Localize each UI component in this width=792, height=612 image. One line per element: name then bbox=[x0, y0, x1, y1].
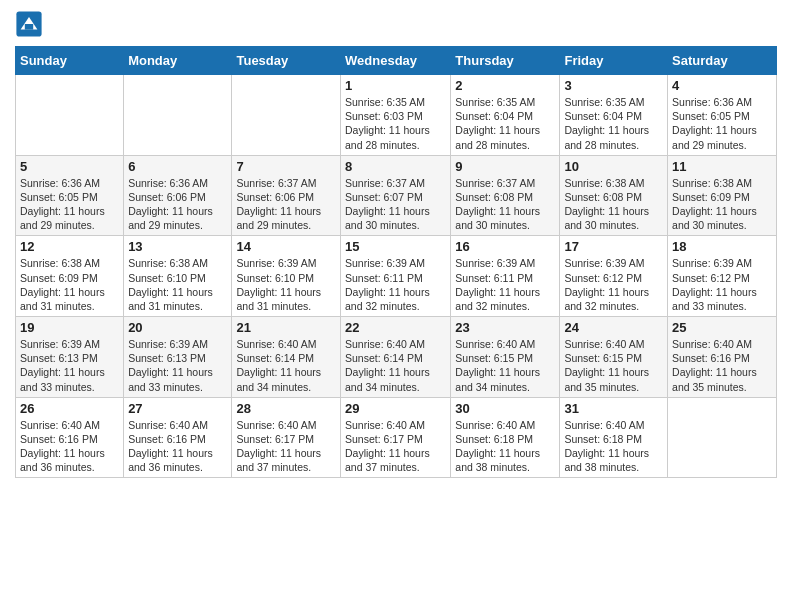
day-info: Sunrise: 6:38 AMSunset: 6:10 PMDaylight:… bbox=[128, 256, 227, 313]
calendar-cell: 10Sunrise: 6:38 AMSunset: 6:08 PMDayligh… bbox=[560, 155, 668, 236]
day-number: 15 bbox=[345, 239, 446, 254]
day-number: 22 bbox=[345, 320, 446, 335]
calendar-cell: 17Sunrise: 6:39 AMSunset: 6:12 PMDayligh… bbox=[560, 236, 668, 317]
svg-rect-2 bbox=[25, 24, 33, 30]
day-info: Sunrise: 6:40 AMSunset: 6:14 PMDaylight:… bbox=[345, 337, 446, 394]
day-info: Sunrise: 6:37 AMSunset: 6:08 PMDaylight:… bbox=[455, 176, 555, 233]
calendar-cell: 1Sunrise: 6:35 AMSunset: 6:03 PMDaylight… bbox=[341, 75, 451, 156]
calendar-cell: 16Sunrise: 6:39 AMSunset: 6:11 PMDayligh… bbox=[451, 236, 560, 317]
weekday-header: Monday bbox=[124, 47, 232, 75]
day-number: 17 bbox=[564, 239, 663, 254]
day-number: 11 bbox=[672, 159, 772, 174]
day-number: 25 bbox=[672, 320, 772, 335]
day-info: Sunrise: 6:39 AMSunset: 6:12 PMDaylight:… bbox=[564, 256, 663, 313]
day-info: Sunrise: 6:40 AMSunset: 6:18 PMDaylight:… bbox=[455, 418, 555, 475]
day-info: Sunrise: 6:38 AMSunset: 6:09 PMDaylight:… bbox=[20, 256, 119, 313]
calendar-cell: 7Sunrise: 6:37 AMSunset: 6:06 PMDaylight… bbox=[232, 155, 341, 236]
day-number: 12 bbox=[20, 239, 119, 254]
day-info: Sunrise: 6:40 AMSunset: 6:17 PMDaylight:… bbox=[236, 418, 336, 475]
calendar-week-row: 5Sunrise: 6:36 AMSunset: 6:05 PMDaylight… bbox=[16, 155, 777, 236]
calendar-cell: 27Sunrise: 6:40 AMSunset: 6:16 PMDayligh… bbox=[124, 397, 232, 478]
calendar-cell bbox=[16, 75, 124, 156]
logo bbox=[15, 10, 45, 38]
day-info: Sunrise: 6:40 AMSunset: 6:15 PMDaylight:… bbox=[455, 337, 555, 394]
day-number: 18 bbox=[672, 239, 772, 254]
calendar-cell bbox=[232, 75, 341, 156]
day-info: Sunrise: 6:40 AMSunset: 6:16 PMDaylight:… bbox=[20, 418, 119, 475]
calendar-cell: 9Sunrise: 6:37 AMSunset: 6:08 PMDaylight… bbox=[451, 155, 560, 236]
day-info: Sunrise: 6:35 AMSunset: 6:04 PMDaylight:… bbox=[455, 95, 555, 152]
calendar-cell: 31Sunrise: 6:40 AMSunset: 6:18 PMDayligh… bbox=[560, 397, 668, 478]
calendar-cell: 11Sunrise: 6:38 AMSunset: 6:09 PMDayligh… bbox=[668, 155, 777, 236]
calendar-cell: 12Sunrise: 6:38 AMSunset: 6:09 PMDayligh… bbox=[16, 236, 124, 317]
calendar-week-row: 19Sunrise: 6:39 AMSunset: 6:13 PMDayligh… bbox=[16, 317, 777, 398]
day-number: 28 bbox=[236, 401, 336, 416]
day-info: Sunrise: 6:40 AMSunset: 6:17 PMDaylight:… bbox=[345, 418, 446, 475]
day-info: Sunrise: 6:36 AMSunset: 6:05 PMDaylight:… bbox=[672, 95, 772, 152]
calendar-week-row: 1Sunrise: 6:35 AMSunset: 6:03 PMDaylight… bbox=[16, 75, 777, 156]
calendar-table: SundayMondayTuesdayWednesdayThursdayFrid… bbox=[15, 46, 777, 478]
weekday-header: Saturday bbox=[668, 47, 777, 75]
logo-icon bbox=[15, 10, 43, 38]
calendar-cell: 2Sunrise: 6:35 AMSunset: 6:04 PMDaylight… bbox=[451, 75, 560, 156]
day-number: 19 bbox=[20, 320, 119, 335]
day-info: Sunrise: 6:39 AMSunset: 6:11 PMDaylight:… bbox=[455, 256, 555, 313]
calendar-cell: 5Sunrise: 6:36 AMSunset: 6:05 PMDaylight… bbox=[16, 155, 124, 236]
day-info: Sunrise: 6:36 AMSunset: 6:05 PMDaylight:… bbox=[20, 176, 119, 233]
day-info: Sunrise: 6:35 AMSunset: 6:04 PMDaylight:… bbox=[564, 95, 663, 152]
calendar-cell: 15Sunrise: 6:39 AMSunset: 6:11 PMDayligh… bbox=[341, 236, 451, 317]
weekday-header: Friday bbox=[560, 47, 668, 75]
day-info: Sunrise: 6:37 AMSunset: 6:06 PMDaylight:… bbox=[236, 176, 336, 233]
page: SundayMondayTuesdayWednesdayThursdayFrid… bbox=[0, 0, 792, 612]
day-number: 3 bbox=[564, 78, 663, 93]
day-number: 5 bbox=[20, 159, 119, 174]
calendar-cell: 19Sunrise: 6:39 AMSunset: 6:13 PMDayligh… bbox=[16, 317, 124, 398]
day-number: 24 bbox=[564, 320, 663, 335]
calendar-week-row: 12Sunrise: 6:38 AMSunset: 6:09 PMDayligh… bbox=[16, 236, 777, 317]
day-number: 9 bbox=[455, 159, 555, 174]
day-info: Sunrise: 6:39 AMSunset: 6:11 PMDaylight:… bbox=[345, 256, 446, 313]
day-number: 2 bbox=[455, 78, 555, 93]
day-number: 1 bbox=[345, 78, 446, 93]
day-number: 13 bbox=[128, 239, 227, 254]
calendar-cell: 4Sunrise: 6:36 AMSunset: 6:05 PMDaylight… bbox=[668, 75, 777, 156]
calendar-header: SundayMondayTuesdayWednesdayThursdayFrid… bbox=[16, 47, 777, 75]
calendar-cell: 26Sunrise: 6:40 AMSunset: 6:16 PMDayligh… bbox=[16, 397, 124, 478]
day-number: 16 bbox=[455, 239, 555, 254]
calendar-cell: 20Sunrise: 6:39 AMSunset: 6:13 PMDayligh… bbox=[124, 317, 232, 398]
calendar-cell: 22Sunrise: 6:40 AMSunset: 6:14 PMDayligh… bbox=[341, 317, 451, 398]
calendar-cell: 13Sunrise: 6:38 AMSunset: 6:10 PMDayligh… bbox=[124, 236, 232, 317]
weekday-header: Sunday bbox=[16, 47, 124, 75]
day-info: Sunrise: 6:39 AMSunset: 6:10 PMDaylight:… bbox=[236, 256, 336, 313]
day-number: 27 bbox=[128, 401, 227, 416]
day-number: 26 bbox=[20, 401, 119, 416]
day-info: Sunrise: 6:39 AMSunset: 6:13 PMDaylight:… bbox=[20, 337, 119, 394]
day-number: 10 bbox=[564, 159, 663, 174]
header bbox=[15, 10, 777, 38]
header-row: SundayMondayTuesdayWednesdayThursdayFrid… bbox=[16, 47, 777, 75]
day-number: 29 bbox=[345, 401, 446, 416]
day-info: Sunrise: 6:39 AMSunset: 6:12 PMDaylight:… bbox=[672, 256, 772, 313]
day-info: Sunrise: 6:40 AMSunset: 6:18 PMDaylight:… bbox=[564, 418, 663, 475]
day-info: Sunrise: 6:40 AMSunset: 6:16 PMDaylight:… bbox=[672, 337, 772, 394]
day-number: 31 bbox=[564, 401, 663, 416]
day-number: 14 bbox=[236, 239, 336, 254]
day-number: 30 bbox=[455, 401, 555, 416]
day-info: Sunrise: 6:40 AMSunset: 6:16 PMDaylight:… bbox=[128, 418, 227, 475]
day-number: 23 bbox=[455, 320, 555, 335]
day-info: Sunrise: 6:38 AMSunset: 6:09 PMDaylight:… bbox=[672, 176, 772, 233]
day-info: Sunrise: 6:38 AMSunset: 6:08 PMDaylight:… bbox=[564, 176, 663, 233]
calendar-cell: 29Sunrise: 6:40 AMSunset: 6:17 PMDayligh… bbox=[341, 397, 451, 478]
calendar-cell: 8Sunrise: 6:37 AMSunset: 6:07 PMDaylight… bbox=[341, 155, 451, 236]
calendar-week-row: 26Sunrise: 6:40 AMSunset: 6:16 PMDayligh… bbox=[16, 397, 777, 478]
calendar-cell: 21Sunrise: 6:40 AMSunset: 6:14 PMDayligh… bbox=[232, 317, 341, 398]
day-number: 20 bbox=[128, 320, 227, 335]
calendar-cell: 18Sunrise: 6:39 AMSunset: 6:12 PMDayligh… bbox=[668, 236, 777, 317]
day-info: Sunrise: 6:36 AMSunset: 6:06 PMDaylight:… bbox=[128, 176, 227, 233]
day-info: Sunrise: 6:39 AMSunset: 6:13 PMDaylight:… bbox=[128, 337, 227, 394]
day-number: 4 bbox=[672, 78, 772, 93]
calendar-cell: 30Sunrise: 6:40 AMSunset: 6:18 PMDayligh… bbox=[451, 397, 560, 478]
day-number: 8 bbox=[345, 159, 446, 174]
calendar-cell: 14Sunrise: 6:39 AMSunset: 6:10 PMDayligh… bbox=[232, 236, 341, 317]
calendar-cell: 28Sunrise: 6:40 AMSunset: 6:17 PMDayligh… bbox=[232, 397, 341, 478]
